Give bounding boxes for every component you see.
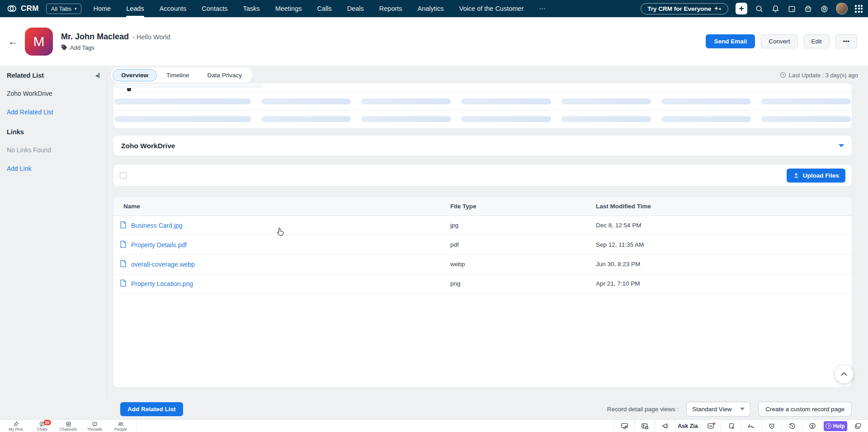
quick-create-button[interactable]: + bbox=[736, 3, 747, 14]
nav-item-analytics[interactable]: Analytics bbox=[418, 0, 444, 17]
history-icon[interactable] bbox=[782, 420, 802, 432]
brand-name: CRM bbox=[21, 4, 39, 13]
id-card-icon[interactable] bbox=[634, 420, 655, 432]
nav-right-cluster: Try CRM for Everyone ✦✦ + bbox=[641, 3, 863, 14]
table-row[interactable]: Business Card.jpg jpg Dec 8, 12:54 PM bbox=[113, 216, 852, 235]
table-row[interactable]: overall-coverage.webp webp Jun 30, 8:23 … bbox=[113, 254, 852, 274]
table-row[interactable]: Property Location.png png Apr 21, 7:10 P… bbox=[113, 274, 852, 293]
workdrive-section-header: Zoho WorkDrive bbox=[113, 136, 852, 156]
column-header-last-modified[interactable]: Last Modified Time bbox=[596, 197, 852, 216]
dock-item-people[interactable]: People bbox=[108, 420, 134, 432]
upload-files-button[interactable]: Upload Files bbox=[787, 169, 845, 183]
calendar-icon[interactable] bbox=[787, 4, 796, 13]
dock-item-chats[interactable]: Chats 20 bbox=[29, 420, 55, 432]
related-list-header: Related List bbox=[7, 72, 44, 79]
last-update-text: Last Update : 3 day(s) ago bbox=[789, 72, 858, 79]
nav-item-reports[interactable]: Reports bbox=[379, 0, 402, 17]
sparkle-icon: ✦✦ bbox=[714, 5, 722, 12]
dock-item-my-pins[interactable]: My Pins bbox=[3, 420, 29, 432]
alarm-clock-icon[interactable] bbox=[761, 420, 782, 432]
signature-icon[interactable] bbox=[741, 420, 761, 432]
collapse-section-caret-icon[interactable] bbox=[839, 144, 844, 147]
dock-label: My Pins bbox=[9, 427, 23, 432]
nav-item-deals[interactable]: Deals bbox=[347, 0, 364, 17]
try-crm-button[interactable]: Try CRM for Everyone ✦✦ bbox=[641, 3, 728, 14]
add-related-list-link[interactable]: Add Related List bbox=[7, 108, 99, 116]
notifications-bell-icon[interactable] bbox=[771, 4, 780, 13]
nav-item-voice-of-customer[interactable]: Voice of the Customer bbox=[459, 0, 524, 17]
record-subtitle: - Hello World bbox=[132, 33, 170, 41]
nav-item-meetings[interactable]: Meetings bbox=[275, 0, 302, 17]
sidebar-collapse-icon[interactable]: ◂ bbox=[95, 72, 99, 79]
record-avatar[interactable]: M bbox=[25, 28, 53, 56]
footer-bar: Add Related List Record detail page view… bbox=[0, 399, 868, 419]
selected-view-label: Standard View bbox=[692, 406, 732, 413]
upload-icon bbox=[793, 172, 799, 178]
add-link-link[interactable]: Add Link bbox=[7, 165, 99, 172]
add-related-list-button[interactable]: Add Related List bbox=[120, 402, 183, 416]
send-email-button[interactable]: Send Email bbox=[706, 34, 755, 48]
file-link-business-card[interactable]: Business Card.jpg bbox=[120, 221, 183, 230]
all-tabs-dropdown[interactable]: All Tabs ▾ bbox=[46, 4, 82, 14]
file-link-overall-coverage[interactable]: overall-coverage.webp bbox=[120, 260, 195, 269]
tab-data-privacy[interactable]: Data Privacy bbox=[199, 69, 251, 81]
marketplace-icon[interactable] bbox=[803, 4, 812, 13]
user-avatar[interactable] bbox=[836, 3, 848, 14]
ask-zia-button[interactable]: Ask Zia bbox=[675, 420, 700, 432]
add-tags-button[interactable]: Add Tags bbox=[61, 44, 170, 51]
nav-item-calls[interactable]: Calls bbox=[317, 0, 331, 17]
tab-timeline[interactable]: Timeline bbox=[158, 69, 198, 81]
snip-tool-icon[interactable] bbox=[721, 420, 741, 432]
nav-item-contacts[interactable]: Contacts bbox=[202, 0, 227, 17]
file-icon bbox=[120, 221, 127, 230]
record-view-select[interactable]: Standard View bbox=[686, 402, 750, 417]
settings-gear-icon[interactable] bbox=[820, 4, 829, 13]
file-type-cell: jpg bbox=[450, 216, 596, 235]
table-row[interactable]: Property Details.pdf pdf Sep 12, 11:35 A… bbox=[113, 235, 852, 254]
more-actions-button[interactable]: ••• bbox=[835, 34, 857, 48]
nav-item-accounts[interactable]: Accounts bbox=[160, 0, 187, 17]
accessibility-icon[interactable] bbox=[802, 420, 822, 432]
cutoff-content-fragment bbox=[127, 88, 131, 91]
record-avatar-initial: M bbox=[33, 34, 45, 49]
nav-item-leads[interactable]: Leads bbox=[126, 0, 144, 17]
file-type-cell: webp bbox=[450, 254, 596, 274]
file-icon bbox=[120, 279, 127, 288]
file-link-property-location[interactable]: Property Location.png bbox=[120, 279, 193, 288]
search-icon[interactable] bbox=[755, 4, 764, 13]
copy-stack-icon[interactable] bbox=[848, 420, 868, 432]
channels-icon bbox=[66, 421, 71, 427]
workdrive-toolbar: Upload Files bbox=[113, 164, 852, 186]
edit-button[interactable]: Edit bbox=[804, 34, 830, 48]
nav-more-button[interactable]: ⋯ bbox=[539, 0, 546, 17]
create-custom-record-page-button[interactable]: Create a custom record page bbox=[758, 402, 852, 417]
nav-item-home[interactable]: Home bbox=[93, 0, 111, 17]
file-link-property-details[interactable]: Property Details.pdf bbox=[120, 240, 187, 249]
file-modified-cell: Dec 8, 12:54 PM bbox=[596, 216, 852, 235]
announcements-icon[interactable] bbox=[655, 420, 675, 432]
back-arrow-icon[interactable]: ← bbox=[8, 36, 18, 47]
dock-label: Threads bbox=[87, 427, 102, 432]
app-grid-icon[interactable] bbox=[855, 5, 863, 13]
screen-share-icon[interactable] bbox=[614, 420, 634, 432]
column-header-file-type[interactable]: File Type bbox=[450, 197, 596, 216]
related-list-sidebar: Related List ◂ Zoho WorkDrive Add Relate… bbox=[0, 66, 107, 399]
sidebar-item-zoho-workdrive[interactable]: Zoho WorkDrive bbox=[7, 90, 99, 97]
convert-button[interactable]: Convert bbox=[761, 34, 797, 48]
tag-icon bbox=[61, 44, 67, 51]
column-header-name[interactable]: Name bbox=[113, 197, 450, 216]
file-type-cell: pdf bbox=[450, 235, 596, 254]
dock-item-channels[interactable]: Channels bbox=[55, 420, 81, 432]
dock-label: Chats bbox=[37, 427, 47, 432]
zia-insights-icon[interactable] bbox=[700, 420, 721, 432]
file-icon bbox=[120, 260, 127, 269]
try-crm-label: Try CRM for Everyone bbox=[647, 5, 711, 12]
tab-overview[interactable]: Overview bbox=[113, 69, 157, 81]
dock-item-threads[interactable]: Threads bbox=[81, 420, 108, 432]
upload-files-label: Upload Files bbox=[803, 172, 839, 179]
ask-zia-label: Ask Zia bbox=[678, 423, 698, 429]
scroll-to-top-button[interactable] bbox=[835, 365, 853, 383]
nav-item-tasks[interactable]: Tasks bbox=[243, 0, 260, 17]
help-button[interactable]: ? Help bbox=[822, 420, 848, 432]
select-all-checkbox[interactable] bbox=[120, 172, 127, 179]
